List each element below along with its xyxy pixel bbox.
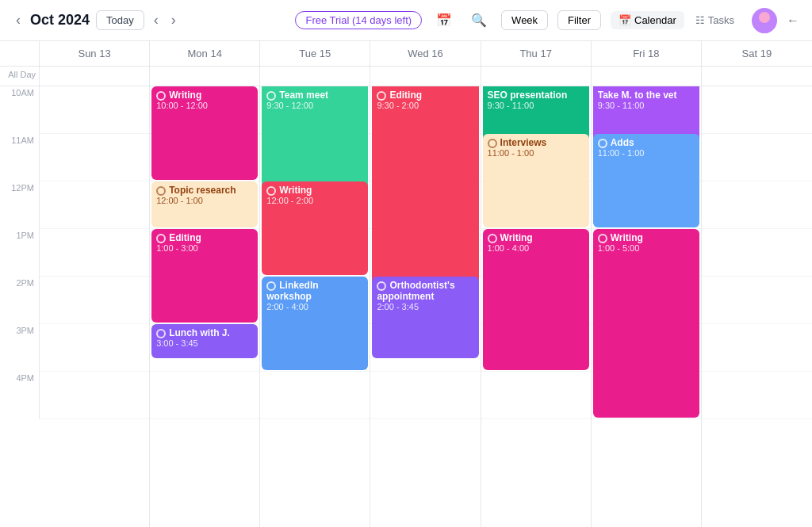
event-time: 11:00 - 1:00 xyxy=(598,148,695,158)
event-title: Writing xyxy=(266,185,363,196)
allday-tue xyxy=(260,67,370,86)
event-time: 1:00 - 3:00 xyxy=(156,243,253,253)
time-12pm: 12PM xyxy=(0,181,40,229)
day-columns: Writing 10:00 - 12:00 Topic research 12:… xyxy=(40,86,812,527)
free-trial-badge: Free Trial (14 days left) xyxy=(295,11,422,29)
event-editing-mon[interactable]: Editing 1:00 - 3:00 xyxy=(151,229,258,323)
allday-wed xyxy=(370,67,481,86)
event-writing-tue[interactable]: Writing 12:00 - 2:00 xyxy=(262,181,368,275)
allday-row: All Day xyxy=(0,67,812,86)
time-10am: 10AM xyxy=(0,86,40,134)
event-adds-fri[interactable]: Adds 11:00 - 1:00 xyxy=(593,134,699,227)
event-title: Take M. to the vet xyxy=(598,90,695,101)
col-sun13 xyxy=(40,86,150,527)
day-header-tue: Tue 15 xyxy=(260,41,370,66)
event-title: SEO presentation xyxy=(488,90,584,101)
user-avatar[interactable] xyxy=(752,8,777,33)
check-icon xyxy=(156,234,166,243)
check-icon xyxy=(266,186,276,196)
event-title: Writing xyxy=(598,232,695,243)
time-gutter: 10AM 11AM 12PM 1PM 2PM 3PM 4PM xyxy=(0,86,40,527)
calendar-container: Sun 13 Mon 14 Tue 15 Wed 16 Thu 17 Fri 1… xyxy=(0,41,812,527)
time-4pm: 4PM xyxy=(0,372,40,419)
back-nav-button[interactable]: ‹ xyxy=(13,9,24,32)
col-wed16: Editing 9:30 - 2:00 Orthodontist's appoi… xyxy=(370,86,481,527)
event-title: Writing xyxy=(156,90,253,101)
hour-thu-4 xyxy=(481,372,591,419)
calendar-tab[interactable]: 📅 Calendar xyxy=(611,11,684,29)
check-icon xyxy=(156,329,166,338)
hour-sun-3 xyxy=(40,324,149,372)
header-left: ‹ Oct 2024 Today ‹ › xyxy=(13,9,289,32)
day-header-thu: Thu 17 xyxy=(481,41,592,66)
allday-label: All Day xyxy=(0,67,40,86)
event-title: Topic research xyxy=(156,185,253,196)
event-time: 1:00 - 5:00 xyxy=(598,243,695,253)
allday-mon xyxy=(150,67,260,86)
calendar-tab-label: Calendar xyxy=(634,14,676,26)
day-headers: Sun 13 Mon 14 Tue 15 Wed 16 Thu 17 Fri 1… xyxy=(0,41,812,67)
event-title: Interviews xyxy=(488,137,584,148)
event-interviews-thu[interactable]: Interviews 11:00 - 1:00 xyxy=(483,134,589,227)
time-1pm: 1PM xyxy=(0,229,40,277)
event-time: 2:00 - 4:00 xyxy=(266,302,363,311)
hour-sun-2 xyxy=(40,277,149,324)
check-icon xyxy=(156,91,166,101)
tasks-tab[interactable]: ☷ Tasks xyxy=(688,11,742,29)
tasks-icon: ☷ xyxy=(695,14,705,26)
event-time: 9:30 - 11:00 xyxy=(488,101,584,110)
check-icon xyxy=(488,139,497,148)
hour-sat-10 xyxy=(702,86,812,134)
time-3pm: 3PM xyxy=(0,324,40,372)
hour-sat-4 xyxy=(702,372,812,419)
event-title: Editing xyxy=(377,90,473,101)
month-title: Oct 2024 xyxy=(30,12,90,29)
hour-wed-4 xyxy=(370,372,480,419)
week-view-select[interactable]: Week xyxy=(501,10,548,30)
day-header-fri: Fri 18 xyxy=(592,41,702,66)
today-button[interactable]: Today xyxy=(96,10,144,30)
event-writing-thu[interactable]: Writing 1:00 - 4:00 xyxy=(483,229,589,370)
check-icon xyxy=(266,91,276,101)
check-icon xyxy=(377,281,386,291)
event-title: LinkedIn workshop xyxy=(266,280,363,302)
allday-fri xyxy=(592,67,702,86)
filter-button[interactable]: Filter xyxy=(557,10,601,30)
check-icon xyxy=(377,91,386,101)
hour-sun-11 xyxy=(40,134,149,181)
event-title: Orthodontist's appointment xyxy=(377,280,473,302)
event-writing-mon[interactable]: Writing 10:00 - 12:00 xyxy=(151,86,258,180)
day-header-wed: Wed 16 xyxy=(370,41,481,66)
event-time: 12:00 - 2:00 xyxy=(266,196,363,205)
app-header: ‹ Oct 2024 Today ‹ › Free Trial (14 days… xyxy=(0,0,812,41)
svg-point-1 xyxy=(756,23,772,33)
event-topicresearch-mon[interactable]: Topic research 12:00 - 1:00 xyxy=(151,181,258,227)
day-header-sun: Sun 13 xyxy=(40,41,150,66)
hour-sat-1 xyxy=(702,229,812,277)
day-header-mon: Mon 14 xyxy=(150,41,260,66)
event-ortho-wed[interactable]: Orthodontist's appointment 2:00 - 3:45 xyxy=(372,277,478,358)
calendar-icon-btn[interactable]: 📅 xyxy=(431,10,457,31)
event-time: 9:30 - 2:00 xyxy=(377,101,473,110)
event-title: Lunch with J. xyxy=(156,327,253,338)
header-center: Free Trial (14 days left) 📅 🔍 Week Filte… xyxy=(295,8,799,33)
allday-sun xyxy=(40,67,150,86)
col-fri18: Take M. to the vet 9:30 - 11:00 Adds 11:… xyxy=(592,86,702,527)
event-editing-wed[interactable]: Editing 9:30 - 2:00 xyxy=(372,86,478,299)
search-button[interactable]: 🔍 xyxy=(466,10,492,31)
event-time: 9:30 - 11:00 xyxy=(598,101,695,110)
hour-sat-11 xyxy=(702,134,812,181)
event-writing-fri[interactable]: Writing 1:00 - 5:00 xyxy=(593,229,699,418)
col-sat19 xyxy=(702,86,812,527)
next-button[interactable]: › xyxy=(168,9,179,32)
prev-button[interactable]: ‹ xyxy=(151,9,162,32)
back-button[interactable]: ← xyxy=(787,13,799,28)
event-time: 3:00 - 3:45 xyxy=(156,338,253,348)
event-title: Team meet xyxy=(266,90,363,101)
hour-sat-2 xyxy=(702,277,812,324)
col-tue15: Team meet 9:30 - 12:00 Writing 12:00 - 2… xyxy=(260,86,370,527)
event-lunch-mon[interactable]: Lunch with J. 3:00 - 3:45 xyxy=(151,324,258,358)
hour-sun-4 xyxy=(40,372,149,419)
hour-mon-4 xyxy=(150,372,259,419)
event-linkedin-tue[interactable]: LinkedIn workshop 2:00 - 4:00 xyxy=(262,277,368,370)
